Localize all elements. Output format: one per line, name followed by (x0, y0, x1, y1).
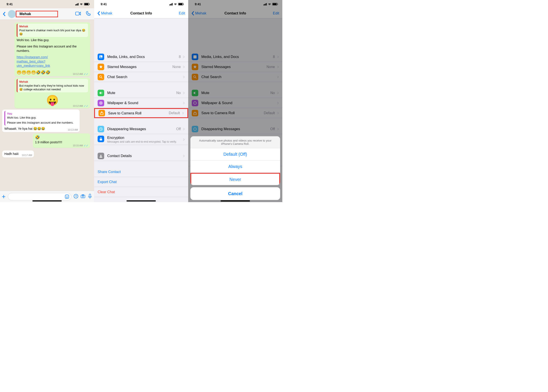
message-input[interactable] (8, 193, 71, 200)
action-export-chat[interactable]: Export Chat (94, 177, 188, 187)
cellular-icon (169, 3, 173, 6)
message-outgoing[interactable]: 🤣 1.9 million posts!!!!! 10:15 AM✓✓ (33, 133, 90, 148)
row-media[interactable]: Media, Links, and Docs8 (94, 52, 188, 62)
action-sheet: Automatically save photos and videos you… (190, 136, 280, 200)
camera-button[interactable] (80, 194, 85, 199)
phone-contact-info: 9:41 Mehak Contact Info Edit Mehak 😊 16 … (94, 0, 188, 202)
rupee-button[interactable]: ₹ (73, 194, 78, 199)
row-encryption[interactable]: EncryptionMessages and calls are end-to-… (94, 134, 188, 145)
row-save-camera-roll[interactable]: Save to Camera RollDefault (94, 108, 188, 118)
read-ticks-icon: ✓✓ (84, 73, 88, 76)
sheet-header: Automatically save photos and videos you… (190, 136, 280, 148)
back-button[interactable]: Mehak (97, 11, 112, 16)
chat-title[interactable]: Mehak (20, 12, 31, 16)
row-wallpaper[interactable]: Wallpaper & Sound (94, 98, 188, 108)
video-call-button[interactable] (75, 11, 81, 17)
option-always[interactable]: Always (190, 161, 280, 173)
svg-point-3 (67, 196, 68, 196)
row-chat-search[interactable]: Chat Search (94, 72, 188, 82)
reply-quote: Mehak Post karne k chakkar mein kuch bhi… (17, 24, 88, 37)
svg-line-14 (101, 77, 102, 78)
edit-button[interactable]: Edit (179, 11, 185, 15)
svg-rect-0 (76, 12, 79, 15)
row-contact-details[interactable]: Contact Details (94, 151, 188, 161)
svg-point-12 (100, 56, 101, 57)
link[interactable]: https://instagram.com/ (17, 55, 48, 59)
option-default[interactable]: Default (Off) (190, 148, 280, 161)
reply-quote: Mehak But maybe that's why they're hirin… (17, 79, 88, 92)
status-time: 9:41 (7, 2, 13, 6)
svg-rect-19 (100, 139, 102, 140)
svg-rect-8 (82, 195, 84, 195)
message-outgoing[interactable]: Mehak But maybe that's why they're hirin… (14, 78, 90, 108)
back-button[interactable] (3, 12, 6, 16)
row-mute[interactable]: MuteNo (94, 88, 188, 98)
chat-scroll[interactable]: Mehak Post karne k chakkar mein kuch bhi… (0, 20, 94, 191)
svg-rect-1 (65, 195, 69, 198)
svg-text:₹: ₹ (75, 195, 77, 197)
row-starred[interactable]: Starred MessagesNone (94, 62, 188, 72)
home-indicator (127, 200, 156, 202)
message-outgoing[interactable]: Mehak Post karne k chakkar mein kuch bhi… (14, 22, 90, 76)
svg-point-16 (100, 102, 101, 104)
wifi-icon (80, 3, 83, 6)
attach-button[interactable]: + (2, 193, 6, 200)
sheet-cancel[interactable]: Cancel (190, 187, 280, 200)
svg-point-2 (66, 196, 67, 196)
avatar[interactable] (8, 10, 16, 18)
nav-bar: Mehak Contact Info Edit (94, 8, 188, 18)
action-share-contact[interactable]: Share Contact (94, 167, 188, 177)
message-incoming[interactable]: You Wohi too. Like thia guy. Please see … (2, 110, 80, 132)
action-clear-chat[interactable]: Clear Chat (94, 187, 188, 197)
voice-call-button[interactable] (86, 11, 92, 17)
battery-icon (84, 3, 89, 6)
status-bar: 9:41 (94, 0, 188, 8)
svg-point-20 (100, 155, 101, 156)
cellular-icon (75, 3, 78, 6)
status-bar: 9:41 (0, 0, 94, 8)
svg-point-15 (100, 101, 102, 104)
home-indicator (32, 200, 62, 202)
option-never[interactable]: Never (190, 173, 280, 185)
reply-quote: You Wohi too. Like thia guy. Please see … (4, 111, 78, 126)
mic-button[interactable] (87, 194, 92, 199)
sticker-button[interactable] (64, 194, 69, 200)
svg-rect-9 (89, 194, 91, 196)
wifi-icon (174, 3, 177, 6)
svg-point-13 (100, 76, 101, 77)
read-ticks-icon: ✓✓ (84, 105, 88, 107)
phone-action-sheet: 9:41 MehakContact InfoEdit Mehak 😊16 Feb… (188, 0, 282, 202)
battery-icon (178, 3, 183, 6)
message-incoming[interactable]: Hadh haiii 10:17 AM (2, 151, 34, 157)
svg-point-7 (82, 196, 84, 197)
read-ticks-icon: ✓✓ (84, 144, 88, 147)
row-disappearing[interactable]: Disappearing MessagesOff (94, 124, 188, 134)
phone-chat: 9:41 Mehak Mehak Post karne k chakkar me… (0, 0, 94, 202)
